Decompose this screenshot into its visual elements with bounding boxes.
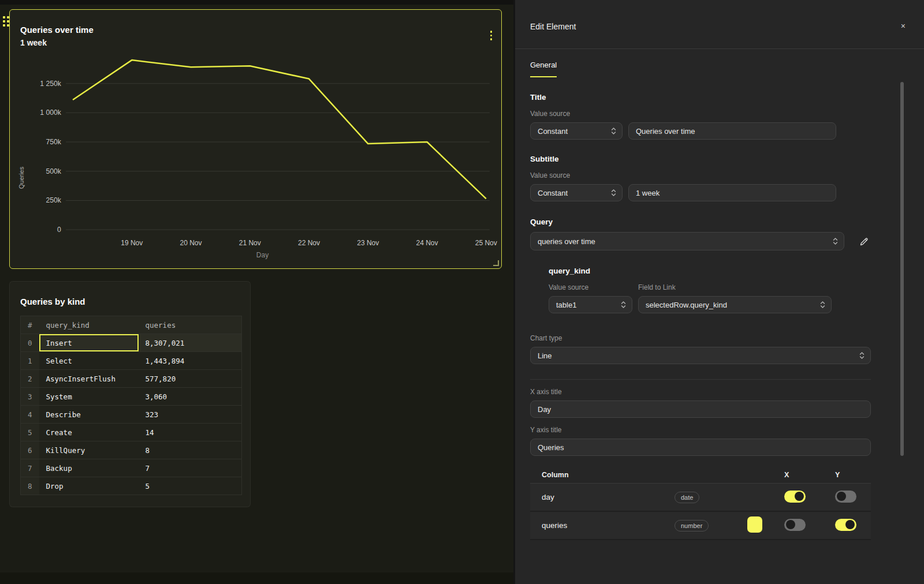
queries-cell[interactable]: 7 [139, 459, 242, 477]
table-row[interactable]: 1Select1,443,894 [21, 352, 242, 370]
table-panel[interactable]: Queries by kind # query_kind queries 0In… [9, 281, 251, 507]
x-axis-tick: 20 Nov [180, 239, 202, 247]
index-column-header: # [21, 316, 39, 334]
type-badge: date [675, 492, 699, 503]
queries-cell[interactable]: 323 [139, 406, 242, 424]
edit-query-button[interactable] [859, 237, 869, 246]
scrollbar[interactable] [900, 82, 904, 456]
queries-cell[interactable]: 8 [139, 441, 242, 459]
x-axis-tick: 19 Nov [121, 239, 143, 247]
query-section-heading: Query [530, 218, 871, 226]
table-row[interactable]: 0Insert8,307,021 [21, 334, 242, 352]
field-to-link-value: selectedRow.query_kind [646, 301, 727, 309]
svg-text:1 000k: 1 000k [40, 108, 61, 117]
chevron-updown-icon [859, 351, 865, 360]
row-index-cell: 6 [21, 441, 39, 459]
title-source-select[interactable]: Constant [530, 122, 623, 140]
query-kind-cell[interactable]: Drop [39, 477, 139, 495]
tab-general[interactable]: General [530, 61, 557, 77]
query-kind-source-select[interactable]: table1 [549, 296, 632, 313]
x-toggle[interactable] [784, 519, 806, 531]
subtitle-section-heading: Subtitle [530, 155, 871, 163]
x-axis-tick: 23 Nov [357, 239, 379, 247]
query-kind-cell[interactable]: AsyncInsertFlush [39, 370, 139, 388]
value-source-label: Value source [549, 283, 632, 291]
x-axis-title: Day [28, 251, 497, 259]
toggle-knob [845, 520, 855, 529]
queries-cell[interactable]: 14 [139, 424, 242, 441]
field-to-link-select[interactable]: selectedRow.query_kind [638, 296, 832, 313]
y-header-label: Y [835, 471, 871, 479]
table-row[interactable]: 8Drop5 [21, 477, 242, 495]
query-kind-column-header: query_kind [39, 316, 139, 334]
x-axis-tick: 22 Nov [298, 239, 320, 247]
columns-config-header: Column X Y [530, 466, 871, 484]
bottom-strip [0, 572, 513, 584]
row-index-cell: 5 [21, 424, 39, 441]
query-kind-cell[interactable]: Describe [39, 406, 139, 424]
query-kind-cell[interactable]: Backup [39, 459, 139, 477]
subtitle-source-select[interactable]: Constant [530, 184, 623, 201]
svg-text:750k: 750k [46, 138, 61, 146]
y-axis-title-label: Y axis title [530, 426, 871, 434]
chevron-updown-icon [611, 127, 616, 135]
column-name: day [542, 493, 675, 501]
table-header-row: # query_kind queries [21, 316, 242, 334]
query-kind-source-value: table1 [556, 301, 576, 309]
color-swatch-button[interactable] [747, 516, 762, 533]
queries-cell[interactable]: 3,060 [139, 388, 242, 406]
query-select-value: queries over time [538, 237, 595, 246]
drag-handle-icon[interactable] [3, 16, 9, 27]
subtitle-source-value: Constant [538, 189, 568, 197]
line-chart: 0250k500k750k1 000k1 250k 19 Nov20 Nov21… [28, 55, 497, 259]
chart-panel[interactable]: Queries over time 1 week Queries 0250k50… [9, 9, 502, 269]
svg-text:500k: 500k [46, 167, 61, 175]
chart-type-select[interactable]: Line [530, 347, 871, 364]
close-icon[interactable]: × [901, 22, 906, 30]
pencil-icon [859, 237, 869, 246]
subtitle-value-input[interactable] [628, 184, 836, 201]
y-axis-title-input[interactable] [530, 439, 871, 456]
resize-handle-icon[interactable] [493, 260, 499, 266]
queries-by-kind-table: # query_kind queries 0Insert8,307,0211Se… [20, 316, 242, 495]
queries-cell[interactable]: 8,307,021 [139, 334, 242, 352]
y-toggle[interactable] [835, 491, 856, 503]
chart-type-label: Chart type [530, 334, 871, 342]
query-kind-cell[interactable]: System [39, 388, 139, 406]
queries-cell[interactable]: 5 [139, 477, 242, 495]
table-row[interactable]: 6KillQuery8 [21, 441, 242, 459]
table-row[interactable]: 4Describe323 [21, 406, 242, 424]
toggle-knob [837, 492, 846, 501]
section-divider [530, 379, 871, 380]
table-row[interactable]: 3System3,060 [21, 388, 242, 406]
table-row[interactable]: 7Backup7 [21, 459, 242, 477]
chevron-updown-icon [611, 189, 616, 197]
field-to-link-label: Field to Link [638, 283, 832, 291]
table-row[interactable]: 5Create14 [21, 424, 242, 441]
title-value-input[interactable] [628, 122, 836, 140]
row-index-cell: 4 [21, 406, 39, 424]
x-toggle[interactable] [784, 491, 806, 503]
queries-cell[interactable]: 1,443,894 [139, 352, 242, 370]
y-toggle[interactable] [835, 519, 856, 531]
svg-text:250k: 250k [46, 196, 61, 204]
row-index-cell: 7 [21, 459, 39, 477]
table-row[interactable]: 2AsyncInsertFlush577,820 [21, 370, 242, 388]
x-axis-tick: 24 Nov [416, 239, 438, 247]
x-axis-tick: 25 Nov [475, 239, 497, 247]
column-config-row: daydate [530, 484, 871, 512]
query-kind-cell[interactable]: KillQuery [39, 441, 139, 459]
query-kind-cell[interactable]: Insert [39, 334, 139, 352]
x-axis-title-input[interactable] [530, 400, 871, 418]
line-chart-svg: 0250k500k750k1 000k1 250k [28, 55, 497, 238]
panel-title: Edit Element [530, 22, 576, 31]
toggle-knob [795, 492, 804, 501]
query-kind-cell[interactable]: Create [39, 424, 139, 441]
query-kind-cell[interactable]: Select [39, 352, 139, 370]
title-section-heading: Title [530, 93, 871, 102]
queries-cell[interactable]: 577,820 [139, 370, 242, 388]
table-title: Queries by kind [20, 297, 242, 306]
query-select[interactable]: queries over time [530, 232, 844, 250]
query-kind-heading: query_kind [549, 267, 871, 275]
kebab-menu-icon[interactable] [490, 31, 493, 40]
